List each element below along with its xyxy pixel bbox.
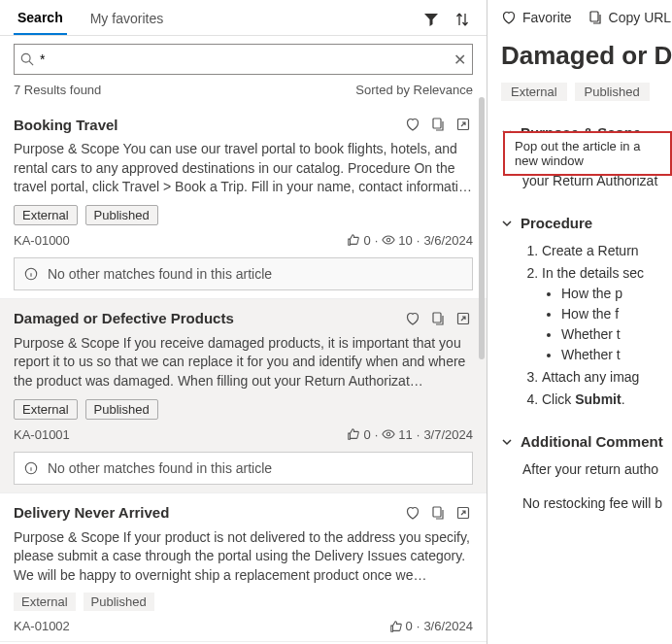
search-icon (20, 52, 34, 66)
sort-icon[interactable] (452, 9, 473, 30)
proc-step: Click Submit. (542, 390, 672, 410)
date: 3/6/2024 (423, 233, 473, 248)
heart-icon[interactable] (403, 503, 422, 523)
date: 3/6/2024 (423, 619, 473, 633)
svg-rect-11 (590, 12, 598, 21)
svg-point-3 (387, 239, 391, 243)
section-body: Create a Return In the details sec How t… (501, 241, 672, 410)
results-bar: 7 Results found Sorted by Relevance (0, 81, 487, 105)
card-summary: Purpose & Scope If you receive damaged p… (14, 334, 473, 391)
section-body: After your return autho No restocking fe… (501, 459, 672, 514)
section-procedure[interactable]: Procedure (501, 215, 672, 231)
article-id: KA-01002 (14, 619, 70, 633)
search-box[interactable]: ✕ (14, 44, 473, 75)
sort-label: Sorted by Relevance (355, 83, 473, 97)
card-summary: Purpose & Scope If your product is not d… (14, 528, 473, 586)
proc-step: Create a Return (542, 241, 672, 261)
badge-external: External (14, 205, 78, 225)
badge-external: External (14, 593, 76, 611)
result-card[interactable]: Delivery Never Arrived Purpose & Scope I… (0, 493, 487, 643)
likes[interactable]: 0 (347, 427, 370, 442)
tab-search[interactable]: Search (14, 4, 67, 35)
proc-substep: Whether t (561, 345, 672, 365)
section-additional-comment[interactable]: Additional Comment (501, 433, 672, 450)
no-other-matches: No other matches found in this article (14, 257, 473, 290)
proc-substep: Whether t (561, 324, 672, 345)
favorite-button[interactable]: Favorite (501, 10, 572, 25)
date: 3/7/2024 (423, 427, 473, 442)
chevron-down-icon (501, 436, 513, 448)
clear-search-icon[interactable]: ✕ (454, 51, 466, 69)
article-actions: Favorite Copy URL (501, 10, 672, 25)
no-other-matches: No other matches found in this article (14, 452, 473, 485)
views: 11 (382, 427, 412, 442)
card-title: Damaged or Defective Products (14, 310, 397, 326)
badge-published: Published (575, 83, 650, 101)
popout-icon[interactable] (454, 309, 473, 328)
link-icon[interactable] (428, 309, 448, 328)
badge-external: External (501, 83, 567, 101)
tab-favorites[interactable]: My favorites (86, 5, 167, 34)
info-icon (24, 267, 38, 281)
proc-substep: How the p (561, 284, 672, 304)
likes[interactable]: 0 (347, 233, 370, 248)
likes[interactable]: 0 (389, 619, 413, 633)
search-input[interactable] (40, 51, 454, 67)
copy-url-button[interactable]: Copy URL (588, 10, 672, 25)
card-meta: KA-01000 0 · 10 · 3/6/2024 (14, 233, 473, 248)
results-count: 7 Results found (14, 83, 101, 97)
heart-icon[interactable] (403, 115, 422, 134)
badge-external: External (14, 399, 78, 420)
link-icon[interactable] (428, 115, 448, 134)
card-summary: Purpose & Scope You can use our travel p… (14, 140, 473, 197)
search-pane: Search My favorites ✕ 7 Results found So… (0, 0, 487, 644)
heart-icon[interactable] (403, 309, 422, 328)
badge-published: Published (84, 593, 154, 611)
result-card[interactable]: Damaged or Defective Products Purpose & … (0, 299, 487, 493)
scrollbar-thumb[interactable] (479, 97, 485, 359)
popout-icon[interactable] (454, 115, 473, 134)
article-title: Damaged or De (501, 41, 672, 71)
card-badges: External Published (14, 593, 473, 611)
badge-published: Published (85, 399, 158, 420)
proc-step: Attach any imag (542, 367, 672, 388)
result-card[interactable]: Booking Travel Purpose & Scope You can u… (0, 105, 487, 299)
views: 10 (382, 233, 412, 248)
article-id: KA-01001 (14, 427, 70, 442)
article-badges: External Published (501, 83, 672, 101)
svg-point-7 (387, 432, 391, 436)
popout-tooltip: Pop out the article in a new window (503, 131, 672, 176)
article-id: KA-01000 (14, 233, 70, 248)
card-title: Delivery Never Arrived (14, 504, 397, 521)
badge-published: Published (85, 205, 158, 225)
card-meta: KA-01001 0 · 11 · 3/7/2024 (14, 427, 473, 442)
article-pane: Favorite Copy URL Damaged or De External… (487, 0, 672, 644)
link-icon[interactable] (428, 503, 448, 523)
card-badges: External Published (14, 205, 473, 225)
svg-rect-9 (433, 507, 441, 517)
results-list: Booking Travel Purpose & Scope You can u… (0, 105, 487, 644)
card-badges: External Published (14, 399, 473, 420)
proc-substep: How the f (561, 304, 672, 324)
svg-rect-5 (433, 313, 441, 322)
tabs-row: Search My favorites (0, 0, 487, 36)
card-title: Booking Travel (14, 117, 397, 133)
filter-icon[interactable] (420, 9, 442, 30)
popout-icon[interactable] (454, 503, 473, 523)
proc-step: In the details sec How the p How the f W… (542, 263, 672, 365)
svg-point-0 (21, 53, 30, 62)
chevron-down-icon (501, 218, 513, 229)
info-icon (24, 461, 38, 475)
svg-rect-1 (433, 119, 441, 128)
card-meta: KA-01002 0 · 3/6/2024 (14, 619, 473, 633)
